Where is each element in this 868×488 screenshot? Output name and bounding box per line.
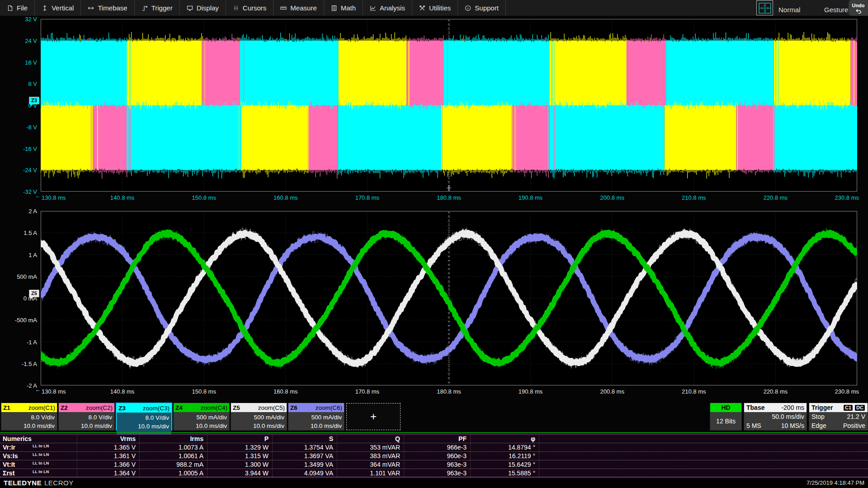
descriptor-z2[interactable]: Z2zoom(C2)8.0 V/div10.0 ms/div [58,403,115,431]
numerics-column-separator [207,435,208,478]
descriptor-z4[interactable]: Z4zoom(C4)500 mA/div10.0 ms/div [173,403,230,431]
numerics-value: 3.944 W [205,469,269,477]
undo-label: Undo [852,3,864,8]
zero-level-badge-z5[interactable]: Z5 [29,290,39,297]
menu-item-label: Vertical [52,4,74,12]
numerics-column-separator [337,435,337,478]
menu-item-measure[interactable]: Measure [274,0,324,16]
hd-label: HD [721,404,730,411]
numerics-row-name: Vr:Ir [3,443,15,451]
numerics-column-separator [139,435,140,478]
oscilloscope-app: FileVerticalTimebaseTriggerDisplayCursor… [0,0,868,488]
menu-item-math[interactable]: Math [324,0,363,16]
menu-item-vertical[interactable]: Vertical [35,0,81,16]
numerics-value: 353 mVAR [337,443,400,451]
grid-voltage-plot[interactable] [41,19,857,192]
numerics-value: 15.6429 ° [472,460,535,469]
descriptor-source: zoom(C6) [316,404,342,411]
hd-mode-box[interactable]: HD 12 Bits [710,403,742,431]
y-tick-label: 8 V [28,80,37,87]
numerics-value: 966e-3 [403,443,467,451]
timebase-label: Tbase [746,404,764,411]
menu-item-cursors[interactable]: Cursors [226,0,274,16]
trigger-slope: Positive [843,421,865,430]
descriptor-id: Z2 [61,404,68,411]
numerics-value: 1.3499 VA [270,460,333,469]
display-mode-label: Normal [778,6,800,14]
undo-button[interactable]: Undo [849,0,868,16]
numerics-value: 1.0073 A [140,443,203,451]
numerics-column-separator [539,435,539,478]
menu-item-label: Math [341,4,356,12]
grid-current-plot[interactable] [41,211,857,385]
descriptor-id: Z5 [233,404,240,411]
y-tick-label: -8 V [26,123,37,130]
numerics-col-1: Irms [140,435,203,443]
x-tick-label: 170.8 ms [355,194,379,201]
y-tick-label: -24 V [23,167,37,174]
menu-item-file[interactable]: File [0,0,35,16]
numerics-value: 1.0005 A [140,469,203,477]
x-tick-label: 130.8 ms [42,194,66,201]
numerics-value: 963e-3 [403,460,467,469]
zero-level-badge-z3[interactable]: Z3 [29,97,39,104]
timebase-box[interactable]: Tbase -200 ms 50.0 ms/div 5 MS 10 MS/s [744,403,807,431]
menu-item-analysis[interactable]: Analysis [363,0,412,16]
add-trace-plus-icon: + [370,410,377,423]
gesture-label[interactable]: Gesture [824,6,848,14]
add-trace-button[interactable]: + [346,403,401,430]
menu-item-display[interactable]: Display [180,0,226,16]
menu-item-trigger[interactable]: Trigger [135,0,180,16]
numerics-col-4: Q [337,435,400,443]
descriptor-header: Z5zoom(C5) [231,403,287,412]
voltage-waveforms [41,19,857,192]
y-tick-label: 1.5 A [24,230,37,236]
numerics-row-rst: ΣrstLL to LN1.364 V1.0005 A3.944 W4.0949… [0,469,868,478]
numerics-table[interactable]: NumericsVrmsIrmsPSQPFφVr:IrLL to LN1.365… [0,434,868,477]
y-tick-label: 1 A [28,251,37,258]
numerics-col-2: P [205,435,269,443]
descriptor-id: Z6 [290,404,297,411]
numerics-row-vtit: Vt:ItLL to LN1.366 V988.2 mA1.300 W1.349… [0,460,868,469]
descriptor-z3[interactable]: Z3zoom(C3)8.0 V/div10.0 ms/div [116,403,172,431]
descriptor-vdiv: 500 mA/div [176,413,227,422]
numerics-value: 1.366 V [72,460,136,469]
trigger-box[interactable]: Trigger C1 DC Stop 21.2 V Edge Positive [809,403,868,431]
descriptor-z1[interactable]: Z1zoom(C1)8.0 V/div10.0 ms/div [1,403,57,431]
menu-item-utilities[interactable]: Utilities [412,0,458,16]
descriptor-source: zoom(C3) [143,405,170,412]
numerics-col-3: S [270,435,333,443]
menu-item-label: Cursors [243,4,267,12]
x-tick-label: 150.8 ms [192,194,216,201]
current-time-axis: ← 130.8 ms140.8 ms150.8 ms160.8 ms170.8 … [0,387,868,396]
numerics-value: 960e-3 [403,452,467,460]
trigger-edge-icon [142,5,148,11]
timebase-offset: -200 ms [781,404,804,411]
y-tick-label: -1.5 A [22,360,37,367]
descriptor-tdiv: 10.0 ms/div [233,422,284,430]
descriptor-z5[interactable]: Z5zoom(C5)500 mA/div10.0 ms/div [231,403,287,431]
menu-item-label: Support [475,4,499,12]
descriptor-header: Z3zoom(C3) [117,404,171,413]
numerics-value: 1.361 V [72,452,136,460]
numerics-col-0: Vrms [72,435,136,443]
x-tick-label: 230.8 ms [835,194,859,201]
menu-item-timebase[interactable]: Timebase [81,0,134,16]
x-tick-label: 130.8 ms [42,388,66,395]
undo-arrow-icon [855,9,862,14]
descriptor-id: Z4 [175,404,183,411]
trigger-coupling-badge: DC [854,404,865,411]
numerics-column-separator [470,435,471,478]
descriptor-z6[interactable]: Z6zoom(C6)500 mA/div10.0 ms/div [288,403,344,431]
menu-item-support[interactable]: Support [458,0,506,16]
support-icon [465,5,471,11]
numerics-value: 1.3697 VA [270,452,333,460]
x-tick-label: 160.8 ms [274,388,297,395]
timebase-scale: 50.0 ms/div [772,412,804,421]
numerics-value: 15.5885 ° [472,469,535,477]
brand-logo: TELEDYNELECROY [4,479,74,487]
axis-left-arrow-icon: ← [35,192,41,199]
numerics-column-separator [77,435,77,478]
x-tick-label: 150.8 ms [192,388,216,395]
grid-mode-button[interactable] [756,0,773,15]
